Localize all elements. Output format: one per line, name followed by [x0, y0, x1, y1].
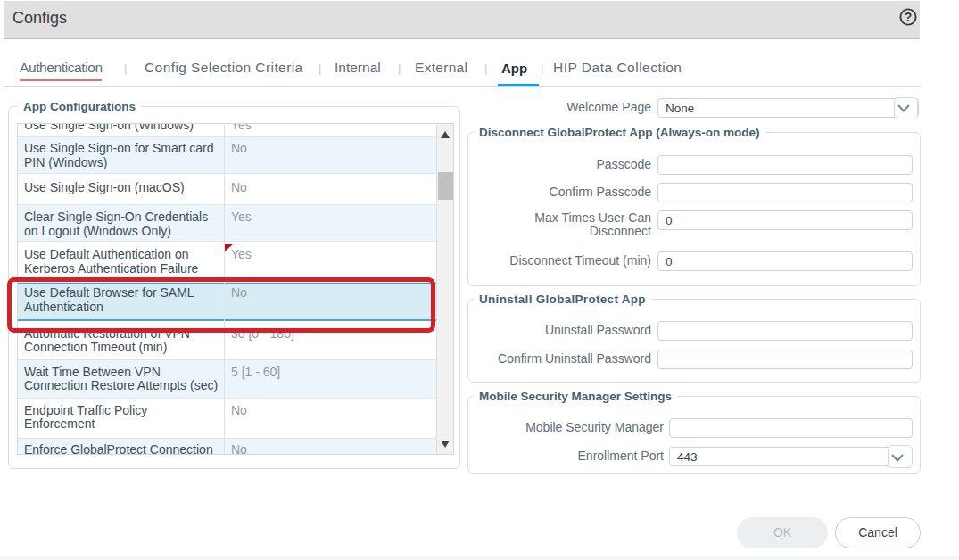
svg-text:?: ?: [905, 10, 913, 24]
